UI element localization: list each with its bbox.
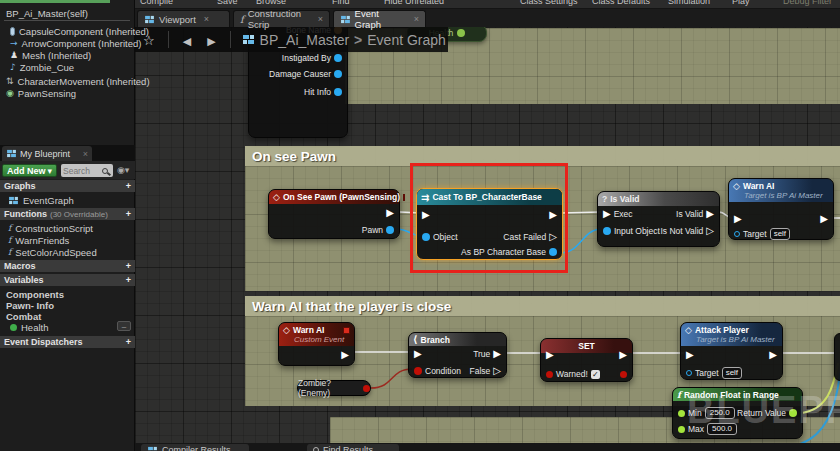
target-pin[interactable]: Target self: [686, 367, 742, 379]
event-icon: [283, 325, 290, 335]
object-pin-icon: [734, 231, 740, 237]
condition-pin[interactable]: Condition: [414, 365, 461, 377]
watch-badge-icon[interactable]: [403, 194, 405, 201]
is-valid-out-pin[interactable]: Is Valid: [676, 208, 714, 220]
back-arrow-icon[interactable]: [183, 31, 191, 49]
add-graph-button[interactable]: [126, 181, 131, 191]
bool-checkbox[interactable]: [591, 370, 600, 379]
visibility-filter-button[interactable]: ◉: [117, 165, 129, 175]
debug-filter-dropdown[interactable]: Debug Filter: [783, 0, 832, 6]
true-out-pin[interactable]: True: [473, 348, 501, 360]
item-warnfriends[interactable]: WarnFriends: [8, 234, 69, 246]
is-not-valid-out-pin[interactable]: Is Not Valid: [660, 225, 714, 237]
node-zombie-enemy-variable[interactable]: Zombie?(Enemy): [297, 380, 371, 396]
component-item-pawnsensing[interactable]: ◉ PawnSensing: [6, 87, 76, 99]
node-warn-ai-event[interactable]: Warn AI Custom Event: [278, 322, 355, 366]
exec-in-pin[interactable]: [686, 349, 694, 361]
forward-arrow-icon[interactable]: [207, 31, 215, 49]
class-defaults-button[interactable]: Class Defaults: [592, 0, 650, 6]
node-is-valid[interactable]: Is Valid Exec Input Object Is Valid Is N…: [597, 191, 720, 247]
section-variables[interactable]: Variables: [0, 274, 135, 286]
browse-button[interactable]: Browse: [256, 0, 286, 6]
components-root-item[interactable]: BP_Ai_Master(self): [6, 7, 88, 19]
section-event-dispatchers[interactable]: Event Dispatchers: [0, 336, 135, 348]
false-out-pin[interactable]: False: [470, 365, 502, 377]
exec-out-pin[interactable]: [341, 349, 349, 361]
play-button[interactable]: Play: [732, 0, 750, 6]
variable-visibility-toggle[interactable]: –: [117, 321, 131, 331]
breadcrumb-current[interactable]: Event Graph: [367, 32, 446, 48]
tab-viewport[interactable]: Viewport: [137, 10, 230, 27]
search-input[interactable]: [63, 166, 101, 176]
pin-label: Exec: [614, 209, 633, 219]
target-pin[interactable]: Target self: [734, 228, 790, 240]
hide-unrelated-button[interactable]: Hide Unrelated: [384, 0, 444, 6]
component-item-zombie-cue[interactable]: ♪ Zombie_Cue: [10, 61, 74, 73]
breadcrumb-root[interactable]: BP_Ai_Master: [260, 32, 349, 48]
node-warn-ai-call[interactable]: Warn AI Target is BP Ai Master Target se…: [728, 178, 834, 240]
watch-badge-icon[interactable]: [343, 327, 350, 334]
component-item-capsule[interactable]: CapsuleComponent (Inherited): [10, 25, 149, 37]
struct-pin-icon: [334, 88, 342, 96]
exec-in-pin[interactable]: [734, 213, 742, 225]
pin-instigated-by[interactable]: Instigated By: [282, 52, 342, 64]
node-branch[interactable]: Branch Condition True False: [408, 332, 507, 378]
tab-compiler-results[interactable]: Compiler Results: [141, 444, 249, 451]
find-button[interactable]: Find: [332, 0, 350, 6]
add-dispatcher-button[interactable]: [126, 337, 131, 347]
add-function-button[interactable]: [126, 209, 131, 219]
close-icon[interactable]: [414, 14, 419, 24]
component-item-arrow[interactable]: → ArrowComponent (Inherited): [10, 37, 141, 49]
item-setcolorandspeed[interactable]: SetColorAndSpeed: [8, 246, 97, 258]
tab-my-blueprint[interactable]: My Blueprint: [2, 146, 92, 161]
warned-out-pin[interactable]: [620, 368, 627, 380]
class-settings-button[interactable]: Class Settings: [520, 0, 578, 6]
pawn-out-pin[interactable]: Pawn: [362, 224, 394, 236]
pin-label: Target: [695, 368, 719, 378]
bool-pin-icon[interactable]: [363, 385, 370, 392]
section-macros[interactable]: Macros: [0, 260, 135, 272]
component-item-mesh[interactable]: ♟ Mesh (Inherited): [10, 49, 91, 61]
comment-warn-ai-title[interactable]: Warn AI that the player is close: [245, 296, 840, 316]
target-value-box[interactable]: self: [770, 228, 790, 240]
exec-in-pin[interactable]: Exec: [603, 208, 633, 220]
warned-pin[interactable]: Warned!: [546, 368, 600, 380]
section-graphs[interactable]: Graphs: [0, 180, 135, 192]
node-offscreen-right[interactable]: [834, 333, 840, 381]
add-component-button[interactable]: [0, 0, 110, 3]
exec-in-pin[interactable]: [414, 348, 422, 360]
compile-button[interactable]: Compile: [140, 0, 173, 6]
save-button[interactable]: Save: [217, 0, 238, 6]
input-object-pin[interactable]: Input Object: [603, 225, 660, 237]
add-new-button[interactable]: Add New: [2, 164, 57, 177]
exec-out-pin[interactable]: [769, 349, 777, 361]
close-icon[interactable]: [204, 14, 209, 24]
event-graph-canvas[interactable]: On see Pawn Warn AI that the player is c…: [135, 27, 840, 443]
component-label: CharacterMovement (Inherited): [18, 76, 150, 87]
tab-construction-script[interactable]: Construction Scrip: [233, 10, 330, 27]
node-on-see-pawn[interactable]: On See Pawn (PawnSensing) Pawn: [268, 189, 400, 239]
close-icon[interactable]: [83, 149, 88, 159]
variable-item-health[interactable]: Health: [10, 321, 130, 333]
node-attack-player[interactable]: Attack Player Target is BP Ai Master Tar…: [680, 322, 783, 380]
close-icon[interactable]: [318, 14, 323, 24]
component-item-charactermovement[interactable]: ⇅ CharacterMovement (Inherited): [6, 75, 150, 87]
add-variable-button[interactable]: [126, 275, 131, 285]
float-pin-icon[interactable]: [457, 29, 465, 37]
add-macro-button[interactable]: [126, 261, 131, 271]
section-functions[interactable]: Functions (30 Overridable): [0, 208, 135, 220]
exec-out-pin[interactable]: [386, 207, 394, 219]
item-constructionscript[interactable]: ConstructionScript: [8, 222, 93, 234]
target-value-box[interactable]: self: [722, 367, 742, 379]
pin-label: Pawn: [362, 225, 383, 235]
pin-hit-info[interactable]: Hit Info: [304, 86, 342, 98]
node-set-warned[interactable]: SET Warned!: [540, 338, 633, 382]
tab-find-results[interactable]: Find Results: [307, 444, 399, 451]
item-eventgraph[interactable]: EventGraph: [8, 194, 74, 206]
pin-damage-causer[interactable]: Damage Causer: [269, 68, 342, 80]
exec-in-pin[interactable]: [546, 349, 554, 361]
exec-out-pin[interactable]: [820, 213, 828, 225]
exec-out-pin[interactable]: [619, 349, 627, 361]
simulation-button[interactable]: Simulation: [668, 0, 710, 6]
tab-event-graph[interactable]: Event Graph: [333, 10, 426, 27]
